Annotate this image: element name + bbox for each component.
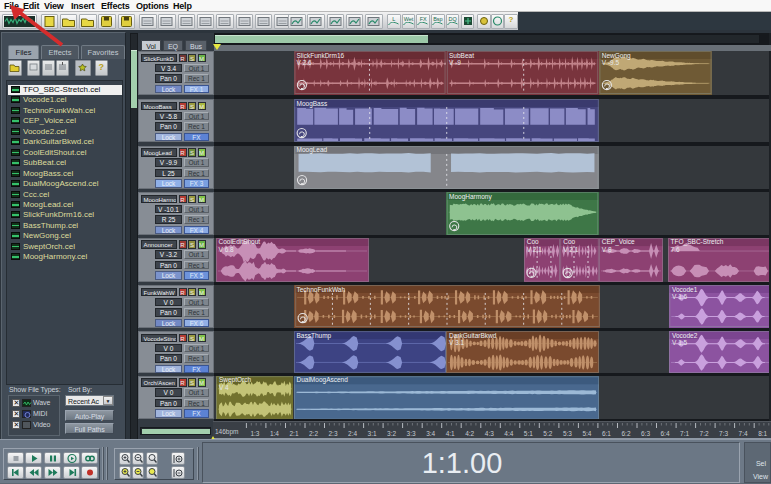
svg-text:2:2: 2:2 [309,430,318,437]
svg-text:3:4: 3:4 [426,430,435,437]
svg-text:7:2: 7:2 [700,430,709,437]
svg-text:2:4: 2:4 [348,430,357,437]
svg-text:4:1: 4:1 [446,430,455,437]
svg-text:3:3: 3:3 [407,430,416,437]
svg-text:6:4: 6:4 [661,430,670,437]
svg-text:6:3: 6:3 [641,430,650,437]
svg-text:7:3: 7:3 [719,430,728,437]
svg-text:8:1: 8:1 [758,430,767,437]
svg-text:5:3: 5:3 [563,430,572,437]
svg-text:2:1: 2:1 [290,430,299,437]
svg-text:5:2: 5:2 [543,430,552,437]
svg-text:3:2: 3:2 [387,430,396,437]
svg-text:1:4: 1:4 [270,430,279,437]
svg-text:2:3: 2:3 [329,430,338,437]
svg-text:5:4: 5:4 [582,430,591,437]
svg-text:6:2: 6:2 [622,430,631,437]
svg-text:4:2: 4:2 [465,430,474,437]
svg-text:7:4: 7:4 [739,430,748,437]
svg-text:5:1: 5:1 [524,430,533,437]
svg-text:7:1: 7:1 [680,430,689,437]
svg-text:1:3: 1:3 [250,430,259,437]
svg-text:4:4: 4:4 [504,430,513,437]
svg-text:4:3: 4:3 [485,430,494,437]
svg-text:6:1: 6:1 [602,430,611,437]
svg-text:3:1: 3:1 [368,430,377,437]
